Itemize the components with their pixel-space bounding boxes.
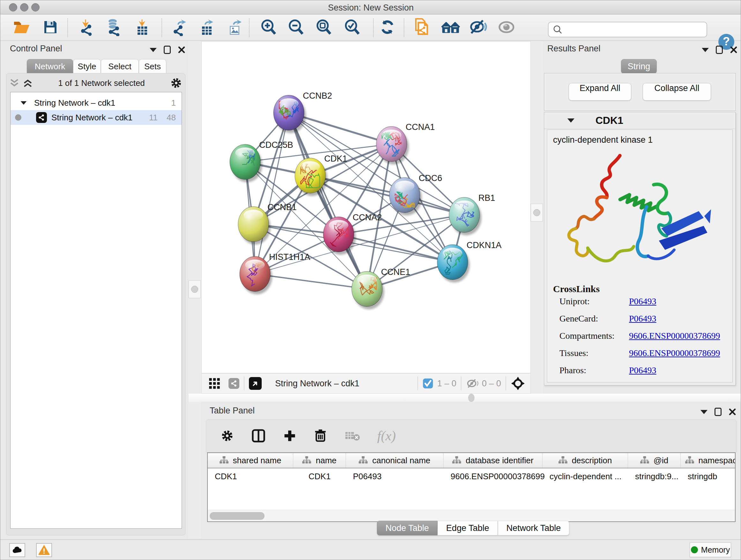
search-field[interactable]	[548, 22, 707, 37]
network-node-RB1[interactable]: RB1	[449, 193, 495, 235]
results-float-icon[interactable]	[716, 46, 723, 54]
tab-string[interactable]: String	[621, 59, 657, 74]
collection-expand-icon[interactable]	[21, 101, 27, 105]
import-database-icon[interactable]	[105, 18, 123, 37]
results-close-icon[interactable]	[730, 46, 738, 54]
column-header-namespac[interactable]: namespac	[681, 453, 736, 468]
node-table[interactable]: shared namenamecanonical namedatabase id…	[207, 452, 736, 522]
export-network-icon[interactable]	[172, 18, 190, 37]
export-image-icon[interactable]	[226, 18, 245, 37]
table-cell[interactable]: CDK1	[293, 469, 346, 484]
network-canvas[interactable]: CCNB2CCNA1CDC25BCDK1CDC6RB1CCNB1CCNA2CDK…	[201, 41, 531, 373]
table-cell[interactable]: 9606.ENSP00000378699	[444, 469, 542, 484]
panel-menu-icon[interactable]	[150, 48, 157, 52]
network-node-CCNB1[interactable]: CCNB1	[238, 202, 297, 245]
column-header--id[interactable]: @id	[628, 453, 681, 468]
table-close-icon[interactable]	[729, 408, 736, 416]
pan-crosshair-icon[interactable]	[511, 376, 525, 391]
column-header-database-identifier[interactable]: database identifier	[444, 453, 542, 468]
left-splitter[interactable]	[189, 41, 201, 538]
string-network-graph[interactable]: CCNB2CCNA1CDC25BCDK1CDC6RB1CCNB1CCNA2CDK…	[202, 42, 530, 373]
save-session-icon[interactable]	[43, 19, 58, 37]
table-row[interactable]: CDK1CDK1P064939606.ENSP00000378699cyclin…	[208, 469, 736, 484]
import-table-icon[interactable]	[134, 18, 151, 37]
table-float-icon[interactable]	[715, 408, 722, 416]
network-share-icon[interactable]	[228, 378, 239, 389]
delete-column-icon[interactable]	[313, 429, 327, 443]
column-header-canonical-name[interactable]: canonical name	[346, 453, 444, 468]
crosslink-link[interactable]: P06493	[629, 365, 657, 375]
table-cell[interactable]: cyclin-dependent ...	[542, 469, 628, 484]
show-eye-icon[interactable]	[497, 20, 516, 36]
network-node-CDKN1A[interactable]: CDKN1A	[437, 240, 502, 283]
edge-CCNB2-CCNE1[interactable]	[289, 113, 367, 289]
expand-all-icon[interactable]	[22, 78, 33, 88]
home-network-icon[interactable]	[441, 19, 461, 36]
gene-collapse-icon[interactable]	[567, 118, 575, 123]
right-splitter-grip[interactable]	[531, 204, 543, 222]
table-cell[interactable]: CDK1	[208, 469, 293, 484]
cloud-status-button[interactable]	[9, 543, 25, 557]
memory-button[interactable]: Memory	[690, 543, 731, 557]
network-row-selected[interactable]: String Network – cdk1 11 48	[10, 110, 182, 125]
tab-network-table[interactable]: Network Table	[498, 521, 569, 536]
horizontal-splitter[interactable]	[189, 394, 741, 402]
zoom-in-icon[interactable]	[260, 18, 277, 37]
network-grid-icon[interactable]	[208, 377, 221, 390]
selected-checkbox-icon[interactable]	[422, 378, 433, 389]
right-splitter[interactable]	[531, 41, 543, 394]
table-hscrollbar[interactable]	[208, 510, 735, 521]
crosslink-link[interactable]: 9606.ENSP00000378699	[629, 348, 720, 358]
zoom-fit-icon[interactable]	[315, 18, 332, 37]
birds-eye-view-icon[interactable]	[249, 377, 262, 390]
horizontal-splitter-grip[interactable]	[468, 394, 475, 402]
tab-node-table[interactable]: Node Table	[377, 521, 437, 536]
table-cell[interactable]: stringdb:9...	[628, 469, 681, 484]
warnings-button[interactable]	[36, 543, 52, 557]
zoom-selected-icon[interactable]	[343, 18, 360, 37]
edge-CCNB2-HIST1H1A[interactable]	[255, 113, 289, 274]
results-menu-icon[interactable]	[702, 48, 709, 52]
network-node-CCNE1[interactable]: CCNE1	[352, 267, 410, 309]
expand-all-button[interactable]: Expand All	[569, 83, 631, 101]
search-input[interactable]	[563, 25, 706, 34]
tab-edge-table[interactable]: Edge Table	[437, 521, 498, 536]
zoom-out-icon[interactable]	[287, 18, 305, 37]
tab-select[interactable]: Select	[101, 59, 139, 74]
collapse-all-icon[interactable]	[9, 78, 20, 88]
column-header-description[interactable]: description	[542, 453, 628, 468]
hide-eye-icon[interactable]	[469, 19, 488, 37]
table-gear-icon[interactable]	[220, 429, 234, 443]
import-network-icon[interactable]	[78, 18, 96, 37]
share-document-icon[interactable]	[413, 17, 431, 38]
left-splitter-grip[interactable]	[189, 280, 201, 298]
tab-network[interactable]: Network	[27, 59, 73, 74]
select-columns-icon[interactable]	[251, 428, 266, 443]
table-menu-icon[interactable]	[700, 410, 708, 414]
close-panel-icon[interactable]	[178, 46, 185, 54]
crosslink-link[interactable]: P06493	[629, 314, 657, 324]
network-collection-row[interactable]: String Network – cdk1 1	[10, 96, 182, 110]
open-session-icon[interactable]	[13, 19, 31, 37]
network-node-CCNB2[interactable]: CCNB2	[273, 91, 332, 133]
node-label-CCNB1: CCNB1	[267, 202, 297, 212]
refresh-layout-icon[interactable]	[379, 18, 396, 37]
column-header-shared-name[interactable]: shared name	[208, 453, 293, 468]
table-cell[interactable]: stringdb	[681, 469, 736, 484]
collapse-all-button[interactable]: Collapse All	[643, 83, 711, 101]
network-node-CDC6[interactable]: CDC6	[389, 173, 442, 215]
column-header-name[interactable]: name	[293, 453, 346, 468]
crosslink-link[interactable]: P06493	[629, 296, 657, 307]
add-column-icon[interactable]	[283, 429, 297, 443]
export-table-icon[interactable]	[199, 18, 217, 37]
window-title: Session: New Session	[0, 3, 741, 13]
network-node-CDC25B[interactable]: CDC25B	[230, 140, 293, 182]
table-cell[interactable]: P06493	[346, 469, 444, 484]
float-panel-icon[interactable]	[164, 46, 171, 54]
network-node-HIST1H1A[interactable]: HIST1H1A	[240, 252, 310, 294]
tab-style[interactable]: Style	[73, 59, 101, 74]
tab-sets[interactable]: Sets	[139, 59, 166, 74]
options-gear-icon[interactable]	[170, 77, 183, 89]
crosslink-link[interactable]: 9606.ENSP00000378699	[629, 331, 720, 341]
table-hscrollbar-thumb[interactable]	[210, 512, 265, 520]
